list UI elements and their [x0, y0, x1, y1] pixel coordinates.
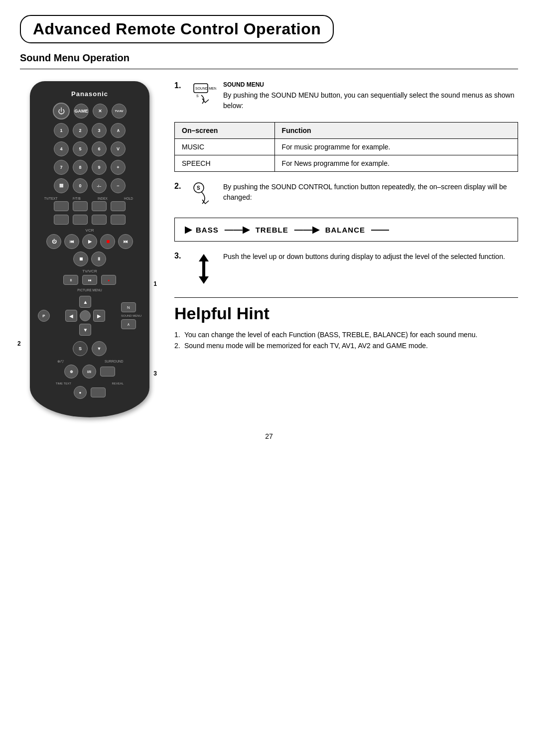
sound-ctrl-icon: S [191, 182, 216, 207]
vcr-rec[interactable]: ⏺ [100, 234, 115, 249]
extra-btn-4[interactable] [111, 215, 126, 225]
reveal-btn[interactable] [91, 387, 106, 397]
tvtext-btn[interactable] [54, 201, 69, 211]
power-button[interactable]: ⏻ [53, 103, 70, 120]
col-function: Function [274, 123, 518, 139]
page-title: Advanced Remote Control Operation [33, 20, 321, 38]
game-button[interactable]: GAME [74, 104, 89, 119]
i-ii-btn[interactable]: I/II [82, 365, 96, 378]
btn-2[interactable]: 2 [73, 123, 88, 138]
ftb-btn[interactable] [73, 201, 88, 211]
hint-item-1: You can change the level of each Functio… [174, 329, 518, 340]
table-header-row: On–screen Function [175, 123, 518, 139]
surround-label-row: ⊕/▽ SURROUND [38, 360, 141, 364]
btn-0[interactable]: 0 [73, 178, 88, 193]
timetext-lbl: TIME TEXT [56, 382, 71, 385]
ftb-label: F/T/B [68, 197, 86, 200]
side-label-2: 2 [17, 340, 21, 347]
btn-minus[interactable]: − [111, 178, 126, 193]
vcr-play[interactable]: ▶ [82, 234, 97, 249]
timetext-btn[interactable]: ● [74, 386, 87, 399]
vcr-rew[interactable]: ⏮ [64, 234, 79, 249]
text-btn-row-1 [38, 201, 141, 211]
treble-label: TREBLE [256, 226, 288, 234]
extra-btn-3[interactable] [92, 215, 107, 225]
page-number: 27 [20, 432, 518, 440]
btn-7[interactable]: 7 [54, 160, 69, 175]
vcr-label: VCR [38, 228, 141, 233]
arrow-center-btn[interactable] [80, 310, 91, 321]
updown-arrow-icon [191, 252, 216, 286]
svg-text:S: S [197, 185, 200, 191]
btn-6[interactable]: 6 [92, 141, 107, 156]
surround-text: SURROUND [105, 360, 122, 364]
vcr-power[interactable]: ⏻ [46, 234, 61, 249]
arrow-indicator: ▶ [185, 224, 192, 235]
bass-label: BASS [196, 226, 219, 234]
down2-btn[interactable]: ▼ [92, 341, 107, 356]
tvvcr-label: TV/VCR [38, 269, 141, 273]
step-2-num: 2. [174, 182, 184, 191]
section-divider [20, 69, 518, 69]
step-2-text: By pushing the SOUND CONTROL function bu… [223, 182, 518, 203]
btn-9[interactable]: 9 [92, 160, 107, 175]
btn-dash[interactable]: -/-- [92, 178, 107, 193]
extra-btn-1[interactable] [54, 215, 69, 225]
svg-text:S: S [196, 94, 199, 98]
arrow-down-btn[interactable]: ▼ [79, 324, 91, 336]
remote-brand: Panasonic [38, 90, 141, 98]
btn-screen[interactable]: ⬜ [54, 178, 69, 193]
surround-lbl: ⊕/▽ [57, 360, 64, 364]
vcr-ff[interactable]: ⏭ [118, 234, 133, 249]
btn-plus[interactable]: + [111, 160, 126, 175]
arrow-left-btn[interactable]: ◀ [65, 310, 77, 322]
btn-5[interactable]: 5 [73, 141, 88, 156]
btn-1[interactable]: 1 [54, 123, 69, 138]
n-btn[interactable]: N [121, 302, 136, 312]
btn-3[interactable]: 3 [92, 123, 107, 138]
hold-label: HOLD [120, 197, 137, 200]
picture-menu-label: PICTURE MENU [38, 288, 141, 292]
s-button[interactable]: S [73, 341, 88, 356]
arrow-right-btn[interactable]: ▶ [93, 310, 105, 322]
hint-item-2: Sound menu mode will be memorized for ea… [174, 340, 518, 351]
step-1-desc: By pushing the SOUND MENU button, you ca… [223, 90, 518, 111]
dot-btn[interactable]: ● [101, 275, 116, 285]
text-btn-row-2 [38, 215, 141, 225]
btb-arrow-1: ——▶ [225, 224, 250, 235]
btb-arrow-2: ——▶ [294, 224, 319, 235]
hold-btn[interactable] [111, 201, 126, 211]
vcr-stop[interactable]: ⏹ [73, 252, 88, 266]
num-row-3: 7 8 9 + [38, 160, 141, 175]
hint-title: Helpful Hint [174, 304, 518, 323]
hint-section: Helpful Hint You can change the level of… [174, 297, 518, 352]
hint-list: You can change the level of each Functio… [174, 329, 518, 352]
sound-table: On–screen Function MUSIC For music progr… [174, 122, 518, 172]
pausefwd-btn[interactable]: ⏭ [82, 275, 97, 285]
pause2-btn[interactable]: ⏸ [63, 275, 78, 285]
btn-4[interactable]: 4 [54, 141, 69, 156]
btn-down[interactable]: V [111, 141, 126, 156]
btn-8[interactable]: 8 [73, 160, 88, 175]
surround-rect[interactable] [100, 367, 115, 377]
remote-wrapper: 1 2 3 Panasonic ⏻ GAME ✕ TV/AV 1 2 3 ∧ [20, 81, 159, 417]
col-onscreen: On–screen [175, 123, 275, 139]
vcr-pause[interactable]: ⏸ [91, 252, 106, 266]
arrow-up-btn[interactable]: ▲ [79, 296, 91, 308]
index-btn[interactable] [92, 201, 107, 211]
sound-menu-sub-label: SOUND MENU [121, 314, 141, 317]
tvav-button[interactable]: TV/AV [112, 104, 127, 119]
surround-btn[interactable]: ⊕ [64, 365, 78, 378]
timetext-row: ● [38, 386, 141, 399]
timetext-label-row: TIME TEXT REVEAL [38, 382, 141, 385]
num-row-4: ⬜ 0 -/-- − [38, 178, 141, 193]
svg-marker-5 [199, 254, 209, 261]
extra-btn-2[interactable] [73, 215, 88, 225]
a-btn[interactable]: ∧ [121, 319, 136, 329]
btn-up[interactable]: ∧ [111, 123, 126, 138]
right-content: 1. SOUND MENU S SOUND MENU By pushing th… [174, 81, 518, 352]
power-icon: ⏻ [58, 107, 65, 115]
s-btn-row: S ▼ [38, 341, 141, 356]
mute-button[interactable]: ✕ [93, 104, 108, 119]
p-button[interactable]: P [38, 310, 50, 322]
